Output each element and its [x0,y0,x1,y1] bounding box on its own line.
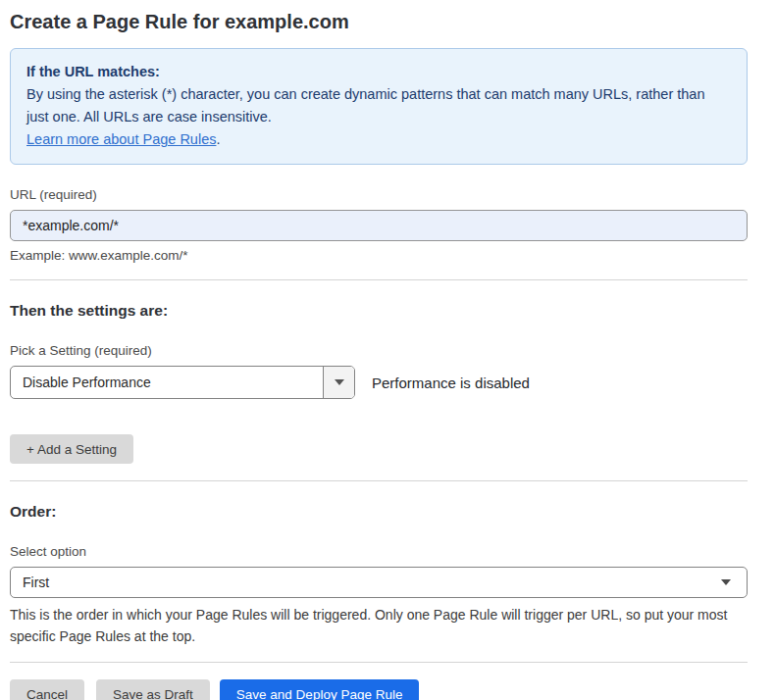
order-select-label: Select option [10,543,748,560]
order-help-text: This is the order in which your Page Rul… [10,604,736,647]
divider [10,279,748,280]
setting-select-value: Disable Performance [11,375,323,390]
chevron-down-icon [335,379,344,385]
pick-setting-label: Pick a Setting (required) [10,342,748,359]
chevron-down-icon [721,579,731,585]
add-setting-button[interactable]: + Add a Setting [10,434,133,464]
url-example-text: Example: www.example.com/* [10,248,748,263]
order-select-value: First [11,575,721,590]
setting-select[interactable]: Disable Performance [10,366,355,399]
url-field-label: URL (required) [10,186,748,203]
divider [10,480,748,481]
info-box-body: By using the asterisk (*) character, you… [26,83,731,128]
setting-status-text: Performance is disabled [372,375,530,391]
url-matches-info-box: If the URL matches: By using the asteris… [10,48,748,165]
learn-more-link[interactable]: Learn more about Page Rules [26,131,216,147]
page-title: Create a Page Rule for example.com [10,9,748,34]
page-rule-form: Create a Page Rule for example.com If th… [10,9,748,700]
info-box-heading: If the URL matches: [26,61,731,83]
order-select[interactable]: First [10,567,748,598]
save-and-deploy-button[interactable]: Save and Deploy Page Rule [220,679,420,700]
divider [10,662,748,663]
settings-section-heading: Then the settings are: [10,301,748,321]
url-input[interactable] [10,210,748,241]
setting-select-arrow-button[interactable] [323,367,354,398]
info-box-link-line: Learn more about Page Rules. [26,128,731,151]
cancel-button[interactable]: Cancel [10,679,84,700]
footer-actions: Cancel Save as Draft Save and Deploy Pag… [10,679,748,700]
link-suffix: . [216,131,220,147]
order-section-heading: Order: [10,502,748,522]
setting-row: Disable Performance Performance is disab… [10,366,748,399]
save-as-draft-button[interactable]: Save as Draft [96,679,210,700]
